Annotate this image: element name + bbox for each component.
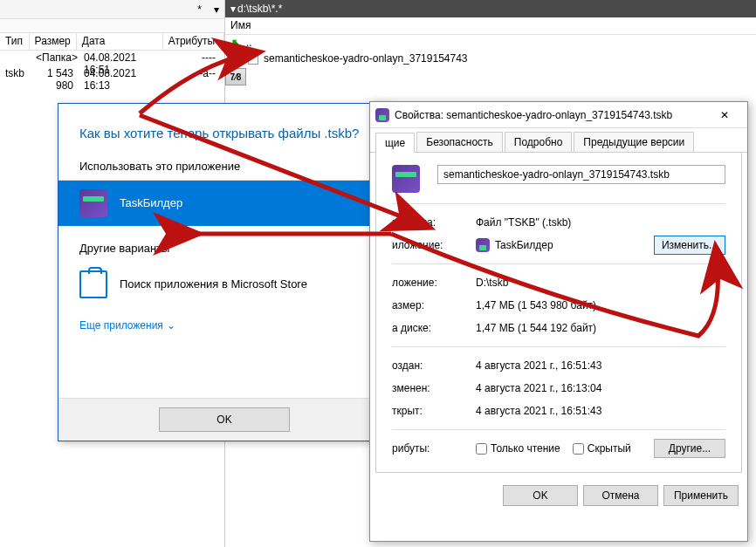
attributes-label: рибуты: [392, 442, 476, 455]
tab-security[interactable]: Безопасность [416, 132, 503, 152]
filetype-label: п файла: [392, 216, 476, 229]
ok-button[interactable]: OK [159, 407, 290, 432]
size-value: 1,47 МБ (1 543 980 байт) [476, 299, 725, 311]
taskbuilder-icon [375, 108, 389, 122]
store-icon [79, 270, 107, 298]
properties-dialog: Свойства: semanticheskoe-yadro-onlayn_37… [369, 101, 748, 542]
table-row[interactable]: tskb 1 543 980 04.08.2021 16:13 -a-- [0, 66, 224, 82]
readonly-checkbox[interactable]: Только чтение [476, 442, 560, 455]
path-dropdown-icon[interactable]: ▾ [230, 3, 236, 15]
ok-button[interactable]: OK [503, 485, 578, 506]
title-text: Свойства: semanticheskoe-yadro-onlayn_37… [395, 109, 707, 121]
other-attrs-button[interactable]: Другие... [654, 439, 725, 458]
col-type[interactable]: Тип [0, 33, 30, 50]
size-label: азмер: [392, 299, 476, 311]
filetype-value: Файл "TSKB" (.tskb) [476, 216, 725, 229]
modified-label: зменен: [392, 382, 476, 394]
apply-button[interactable]: Применить [663, 485, 739, 506]
opened-label: ткрыт: [392, 405, 476, 417]
created-label: оздан: [392, 359, 476, 372]
disk-label: а диске: [392, 322, 476, 334]
tab-details[interactable]: Подробно [505, 132, 573, 152]
filename-input[interactable] [437, 165, 725, 184]
location-value: D:\tskb [476, 277, 725, 289]
cancel-button[interactable]: Отмена [583, 485, 658, 506]
left-panel-header: * ▾ [0, 0, 224, 19]
created-value: 4 августа 2021 г., 16:51:43 [476, 359, 725, 372]
table-row[interactable]: <Папка> 04.08.2021 16:51 ---- [0, 51, 224, 66]
app-label: иложение: [392, 239, 476, 251]
up-arrow-icon: ⬉ [229, 36, 243, 50]
chevron-down-icon: ⌄ [167, 319, 175, 332]
col-size[interactable]: Размер [30, 33, 77, 50]
opened-value: 4 августа 2021 г., 16:51:43 [476, 405, 725, 417]
use-app-label: Использовать это приложение [79, 160, 369, 173]
updir-label: .. [246, 37, 252, 49]
path-text: d:\tskb\*.* [237, 3, 282, 15]
tab-general[interactable]: щие [375, 133, 415, 153]
view-mode-button[interactable]: 7⁄8 [225, 68, 246, 85]
dialog-titlebar[interactable]: Свойства: semanticheskoe-yadro-onlayn_37… [370, 102, 747, 128]
file-icon [246, 51, 260, 65]
location-label: ложение: [392, 277, 476, 289]
more-apps-link[interactable]: Еще приложения ⌄ [79, 319, 175, 332]
path-bar[interactable]: ▾ d:\tskb\*.* [225, 0, 756, 17]
change-button[interactable]: Изменить... [654, 236, 725, 255]
hidden-checkbox[interactable]: Скрытый [573, 442, 631, 455]
app-option-store[interactable]: Поиск приложения в Microsoft Store [58, 262, 390, 307]
right-column-headers: Имя [225, 17, 756, 35]
file-label: semanticheskoe-yadro-onlayn_3719154743 [264, 52, 468, 65]
open-with-dialog: Как вы хотите теперь открывать файлы .ts… [58, 103, 391, 441]
file-row[interactable]: semanticheskoe-yadro-onlayn_3719154743 [225, 51, 756, 66]
modified-value: 4 августа 2021 г., 16:13:04 [476, 382, 725, 394]
updir-row[interactable]: ⬉ .. [225, 35, 756, 51]
disk-value: 1,47 МБ (1 544 192 байт) [476, 322, 725, 334]
col-attr[interactable]: Атрибуты [163, 33, 224, 50]
tab-previous[interactable]: Предыдущие версии [574, 132, 694, 152]
left-toolbar [0, 19, 224, 33]
globe-icon [229, 51, 243, 65]
taskbuilder-icon [476, 238, 490, 252]
dropdown-arrow-icon[interactable]: ▾ [209, 3, 224, 16]
col-name[interactable]: Имя [225, 17, 256, 34]
tabs-bar: щие Безопасность Подробно Предыдущие вер… [370, 128, 747, 153]
store-label: Поиск приложения в Microsoft Store [120, 277, 307, 291]
left-column-headers: Тип Размер Дата Атрибуты [0, 33, 224, 51]
taskbuilder-icon [392, 165, 420, 193]
other-options-label: Другие варианты [79, 242, 369, 255]
taskbuilder-icon [79, 189, 107, 217]
app-value: TaskБилдер [495, 239, 649, 251]
favorite-star-icon[interactable]: * [190, 3, 209, 16]
open-with-title: Как вы хотите теперь открывать файлы .ts… [79, 125, 369, 142]
app-label: TaskБилдер [120, 196, 182, 209]
app-option-taskbuilder[interactable]: TaskБилдер [58, 181, 390, 226]
col-date[interactable]: Дата [77, 33, 163, 50]
close-button[interactable]: ✕ [707, 105, 742, 126]
